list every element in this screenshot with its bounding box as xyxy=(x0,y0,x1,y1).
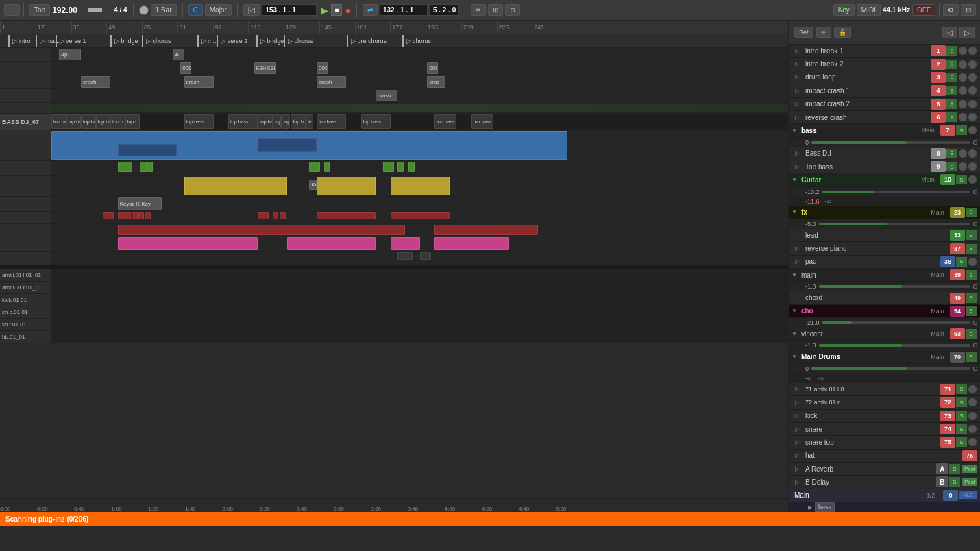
clip[interactable]: crash xyxy=(317,76,346,88)
clip[interactable] xyxy=(317,212,376,219)
clip[interactable]: KSH KSH KSH xyxy=(254,62,276,74)
fx-fader-bar[interactable] xyxy=(819,223,970,225)
solo-button-topbass[interactable]: S xyxy=(946,162,957,171)
solo-button-guitar[interactable]: S xyxy=(956,175,967,184)
clip[interactable] xyxy=(258,212,269,219)
arm-button-intro1[interactable] xyxy=(968,47,977,55)
expand-maindrums[interactable]: ▼ xyxy=(792,354,797,360)
mute-button-bassdi[interactable] xyxy=(959,149,967,158)
mute-button-topbass[interactable] xyxy=(959,162,967,171)
solo-button-main[interactable]: S xyxy=(966,270,977,280)
settings-icon[interactable]: ⚙ xyxy=(943,4,959,16)
clip[interactable]: top b.t xyxy=(291,114,306,129)
clip[interactable] xyxy=(118,237,258,250)
clip[interactable] xyxy=(118,225,265,235)
layout-icon[interactable]: ⊟ xyxy=(961,4,976,16)
clip[interactable]: crash xyxy=(184,76,214,88)
vincent-fader-bar[interactable] xyxy=(819,344,970,347)
edit-icon[interactable]: ✏ xyxy=(816,27,831,38)
track-clips[interactable] xyxy=(51,282,788,293)
clip[interactable]: crash xyxy=(81,76,110,88)
mute-button-intro2[interactable] xyxy=(959,60,967,69)
clip[interactable] xyxy=(258,138,317,152)
mute-button-intro1[interactable] xyxy=(959,47,967,55)
solo-button-impact1[interactable]: S xyxy=(946,86,957,95)
mute-button-72[interactable] xyxy=(968,398,977,406)
mute-button-snaretop[interactable] xyxy=(968,438,977,446)
clip[interactable]: top bas xyxy=(66,114,82,129)
guitar-fader-bar[interactable] xyxy=(822,191,970,193)
solo-button-impact2[interactable]: S xyxy=(946,99,957,109)
clip[interactable]: cras xyxy=(427,76,445,88)
solo-button-chord[interactable]: S xyxy=(966,293,977,303)
post-button-areverb[interactable]: Post xyxy=(962,465,977,473)
track-clips[interactable] xyxy=(51,236,788,251)
track-clips[interactable]: KSH KSH KSH 009 009 009 xyxy=(51,62,788,75)
solo-button-drum[interactable]: S xyxy=(946,73,957,82)
track-clips[interactable] xyxy=(51,331,788,343)
pencil-tool[interactable]: ✏ xyxy=(471,4,486,16)
clip[interactable] xyxy=(280,212,286,219)
clip[interactable] xyxy=(147,162,154,172)
solo-button-vincent[interactable]: S xyxy=(966,329,977,339)
maindrums-fader-bar[interactable] xyxy=(811,367,970,370)
solo-button-intro1[interactable]: S xyxy=(946,46,957,56)
clip[interactable] xyxy=(184,177,288,195)
clip[interactable] xyxy=(132,212,138,219)
track-clips[interactable]: Ke xyxy=(51,176,788,196)
clip[interactable] xyxy=(140,162,147,172)
clip[interactable] xyxy=(317,237,376,250)
solo-button-kick[interactable]: S xyxy=(956,411,967,421)
solo-button-pad[interactable]: S xyxy=(956,257,967,267)
solo-button-bdelay[interactable]: S xyxy=(949,477,960,487)
track-clips[interactable] xyxy=(51,161,788,175)
clip[interactable] xyxy=(408,162,415,172)
clip[interactable]: top bas xyxy=(81,114,96,129)
track-clips[interactable]: crash xyxy=(51,89,788,102)
arm-button-intro2[interactable] xyxy=(968,60,977,69)
scale-button[interactable]: Major xyxy=(205,4,232,16)
arm-button-revcrash[interactable] xyxy=(968,113,977,121)
menu-icon[interactable]: ☰ xyxy=(4,4,20,16)
metronome-tool[interactable]: ⊙ xyxy=(505,4,520,16)
solo-button-revpiano[interactable]: S xyxy=(966,244,977,254)
off-button[interactable]: OFF xyxy=(912,4,935,16)
clip[interactable]: top bass xyxy=(434,114,456,129)
clip[interactable] xyxy=(103,212,114,219)
clip[interactable] xyxy=(324,162,330,172)
master-track-name-btn[interactable]: bass xyxy=(815,502,835,512)
solo-button-71[interactable]: S xyxy=(956,384,967,394)
expand-main[interactable]: ▼ xyxy=(792,272,797,278)
bpm-value[interactable]: 192.00 xyxy=(52,5,86,15)
master-vol[interactable]: -6.0 xyxy=(959,491,977,499)
quant-value[interactable]: 1 Bar xyxy=(151,4,177,16)
clip[interactable]: top xyxy=(281,114,290,129)
play-button[interactable]: ▶ xyxy=(321,5,328,16)
clip[interactable] xyxy=(138,212,145,219)
clip[interactable] xyxy=(397,252,413,260)
clip[interactable] xyxy=(118,144,177,156)
mixer-left-nav[interactable]: ◁ xyxy=(942,27,957,38)
solo-button-intro2[interactable]: S xyxy=(946,60,957,69)
quant-circle[interactable] xyxy=(139,5,149,15)
track-clips[interactable]: Keysc K Key xyxy=(51,197,788,211)
mixer-right-nav[interactable]: ▷ xyxy=(959,27,975,38)
track-clips[interactable]: top bas top bas top bas top bas top b.t … xyxy=(51,114,788,130)
clip[interactable]: 009 xyxy=(427,62,438,74)
solo-button-snaretop[interactable]: S xyxy=(956,437,967,447)
clip[interactable] xyxy=(383,162,394,172)
expand-guitar[interactable]: ▼ xyxy=(792,177,797,183)
clip[interactable] xyxy=(125,212,132,219)
clip[interactable]: top bass xyxy=(228,114,258,129)
clip[interactable]: top b.t xyxy=(110,114,125,129)
set-button[interactable]: Set xyxy=(794,27,813,38)
mute-button-snare[interactable] xyxy=(968,425,977,433)
loop-button[interactable]: ⇄ xyxy=(363,4,378,16)
clip[interactable]: crash xyxy=(376,90,397,101)
arm-button-impact2[interactable] xyxy=(968,100,977,108)
solo-button-bass[interactable]: S xyxy=(956,125,967,135)
record-button[interactable]: ● xyxy=(345,5,350,16)
keysc-clip[interactable]: Keysc K Key xyxy=(118,197,162,210)
arm-button-bassdi[interactable] xyxy=(968,149,977,158)
clip[interactable] xyxy=(397,162,404,172)
